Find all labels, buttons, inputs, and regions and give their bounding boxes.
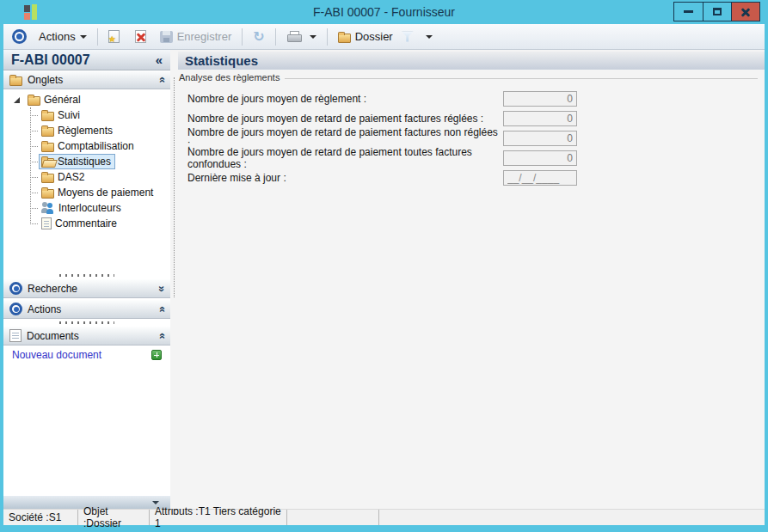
- save-button[interactable]: Enregistrer: [156, 28, 237, 45]
- close-button[interactable]: [731, 3, 759, 21]
- new-record-button[interactable]: ★: [104, 28, 124, 45]
- note-icon: [41, 217, 52, 229]
- dossier-button[interactable]: Dossier: [334, 28, 397, 45]
- tree-item-moyens-de-paiement[interactable]: Moyens de paiement: [3, 185, 170, 200]
- maximize-button[interactable]: [703, 3, 731, 21]
- retard-factures-non-reglees-input[interactable]: [503, 131, 577, 146]
- actions-bullseye-icon: [12, 29, 27, 44]
- chevron-down-icon: [310, 35, 316, 39]
- folder-icon: [41, 127, 54, 137]
- groupbox-rule: [285, 78, 758, 79]
- minimize-button[interactable]: [674, 3, 703, 21]
- chevron-up-icon: »: [156, 333, 166, 339]
- maximize-icon: [713, 8, 722, 15]
- retard-toutes-factures-input[interactable]: [503, 150, 577, 166]
- field-label: Dernière mise à jour :: [187, 172, 503, 184]
- window-body: F-ABI 00007 « Onglets » Général: [3, 50, 765, 509]
- tree-item-comptabilisation[interactable]: Comptabilisation: [3, 138, 170, 154]
- recherche-bullseye-icon: [9, 282, 22, 295]
- jours-moyen-reglement-input[interactable]: [503, 91, 577, 107]
- printer-icon: [286, 31, 301, 43]
- panel-header-documents[interactable]: Documents »: [3, 327, 170, 345]
- field-label: Nombre de jours moyen de retard de paiem…: [187, 113, 503, 125]
- folder-icon: [338, 34, 351, 43]
- panel-label: Actions: [28, 303, 153, 315]
- status-objet: Objet :Dossier: [78, 510, 150, 525]
- toolbar-separator: [275, 28, 276, 46]
- dossier-button-label: Dossier: [355, 30, 393, 43]
- panel-splitter-handle[interactable]: [3, 319, 170, 327]
- sidebar-main-splitter[interactable]: [170, 50, 178, 509]
- chevron-up-icon: »: [156, 76, 166, 83]
- tree-item-label: DAS2: [58, 171, 84, 183]
- save-icon: [160, 31, 173, 43]
- actions-menu-button[interactable]: Actions: [34, 28, 91, 45]
- status-attributs: Attributs :T1 Tiers catégorie 1: [150, 510, 287, 525]
- filter-funnel-icon: [402, 32, 414, 42]
- chevron-up-icon: »: [156, 306, 166, 312]
- status-bar: Société :S1 Objet :Dossier Attributs :T1…: [3, 509, 765, 525]
- tree-item-general[interactable]: Général: [3, 92, 170, 107]
- groupbox-analyse-des-reglements: Analyse des règlements: [179, 72, 758, 83]
- refresh-button[interactable]: ↻: [249, 28, 268, 46]
- titlebar: F-ABI 00007 - Fournisseur: [0, 0, 768, 24]
- open-folder-icon: [41, 158, 54, 168]
- tree-item-das2[interactable]: DAS2: [3, 169, 170, 185]
- actions-menu-label: Actions: [39, 30, 76, 43]
- filter-button[interactable]: [397, 30, 418, 44]
- tree-item-statistiques[interactable]: Statistiques: [3, 154, 170, 169]
- print-button[interactable]: [282, 29, 305, 45]
- toolbar-separator: [327, 28, 328, 46]
- tree-item-reglements[interactable]: Règlements: [3, 123, 170, 138]
- sidebar-collapse-button[interactable]: «: [156, 52, 163, 67]
- filter-dropdown-button[interactable]: [421, 34, 437, 40]
- delete-record-button[interactable]: [131, 28, 151, 45]
- field-row: Nombre de jours moyen de retard de paiem…: [178, 130, 765, 146]
- panel-header-actions[interactable]: Actions »: [3, 300, 170, 319]
- tree-item-commentaire[interactable]: Commentaire: [3, 216, 170, 231]
- new-document-link[interactable]: Nouveau document: [12, 349, 151, 361]
- delete-icon: [135, 30, 146, 43]
- status-societe: Société :S1: [3, 510, 78, 525]
- folder-icon: [28, 96, 40, 106]
- new-document-icon: ★: [108, 30, 120, 43]
- document-icon: [9, 329, 22, 342]
- tree-item-label: Commentaire: [55, 217, 117, 229]
- folder-icon: [41, 112, 54, 121]
- field-row: Dernière mise à jour :: [178, 169, 765, 186]
- tree-item-label: Suivi: [58, 109, 80, 121]
- tree-item-interlocuteurs[interactable]: Interlocuteurs: [3, 200, 170, 216]
- panel-header-onglets[interactable]: Onglets »: [3, 70, 170, 89]
- minimize-icon: [684, 10, 693, 13]
- retard-factures-reglees-input[interactable]: [503, 111, 577, 126]
- field-row: Nombre de jours moyen de règlement :: [178, 90, 765, 107]
- derniere-mise-a-jour-input[interactable]: [503, 170, 577, 186]
- status-empty-cell: [287, 510, 379, 525]
- main-content: Statistiques Analyse des règlements Nomb…: [178, 50, 765, 509]
- add-document-button[interactable]: [151, 350, 162, 360]
- sidebar-filler: [3, 364, 170, 496]
- chevron-down-icon: [426, 35, 433, 39]
- toolbar: Actions ★ Enregistrer ↻: [3, 24, 765, 50]
- window-controls: [673, 2, 760, 21]
- panel-label: Onglets: [28, 74, 153, 86]
- field-row: Nombre de jours moyen de retard de paiem…: [178, 150, 765, 166]
- refresh-icon: ↻: [253, 30, 264, 44]
- panel-splitter-handle[interactable]: [3, 272, 170, 279]
- tree-item-suivi[interactable]: Suivi: [3, 107, 170, 123]
- panel-label: Documents: [27, 330, 153, 342]
- panel-header-recherche[interactable]: Recherche »: [3, 279, 170, 298]
- print-dropdown-button[interactable]: [305, 34, 321, 40]
- groupbox-label: Analyse des règlements: [179, 72, 280, 83]
- toolbar-separator: [242, 28, 243, 46]
- tree-expander-icon[interactable]: [14, 97, 20, 103]
- chevron-down-icon: »: [156, 285, 166, 291]
- page-title: Statistiques: [178, 52, 765, 70]
- tree-item-label: Interlocuteurs: [58, 202, 121, 214]
- tabs-tree: Général Suivi Règlements: [3, 89, 170, 272]
- app-window: F-ABI 00007 - Fournisseur Actions ★: [0, 0, 768, 532]
- folder-icon: [41, 143, 54, 152]
- tree-item-label: Comptabilisation: [58, 140, 134, 152]
- window-title: F-ABI 00007 - Fournisseur: [0, 5, 768, 19]
- field-label: Nombre de jours moyen de règlement :: [187, 93, 503, 105]
